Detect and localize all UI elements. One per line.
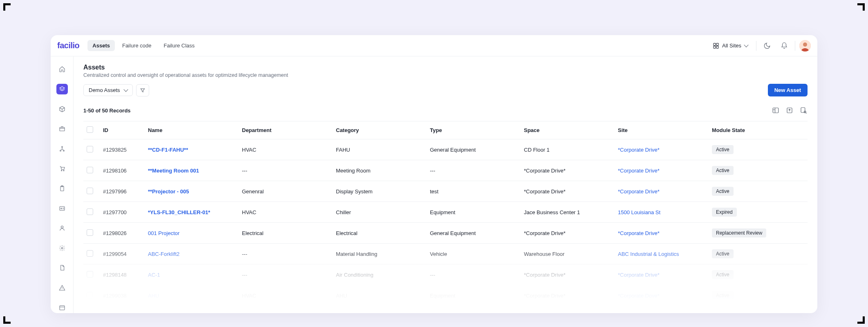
row-checkbox[interactable] [87, 208, 93, 215]
select-all-checkbox[interactable] [87, 126, 93, 133]
home-icon [59, 66, 65, 72]
cell-site[interactable]: *Corporate Drive* [615, 162, 709, 179]
cell-type: Equipment [427, 204, 521, 221]
svg-point-8 [60, 150, 61, 151]
cell-department: HVAC [239, 204, 333, 221]
cell-state: Expired [709, 202, 790, 222]
cell-type: --- [427, 162, 521, 179]
cell-name[interactable]: AC-1 [145, 266, 239, 284]
svg-point-10 [61, 170, 62, 171]
row-checkbox[interactable] [87, 188, 93, 194]
col-module-state[interactable]: Module State [709, 122, 790, 138]
col-department[interactable]: Department [239, 122, 333, 138]
table-row[interactable]: #1299054ABC-Forklift2---Material Handlin… [83, 244, 808, 264]
tab-failure-code[interactable]: Failure code [117, 40, 157, 51]
row-checkbox[interactable] [87, 292, 93, 298]
sites-icon [713, 43, 719, 49]
row-checkbox[interactable] [87, 167, 93, 173]
cell-site[interactable]: *Corporate Drive* [615, 224, 709, 242]
table-row[interactable]: #1297700*YLS-FL30_CHILLER-01*HVACChiller… [83, 202, 808, 223]
view-selector[interactable]: Demo Assets [83, 84, 133, 96]
cell-department: HVAC [239, 287, 333, 305]
cell-space: Warehouse Floor [521, 245, 615, 263]
side-clipboard[interactable] [56, 183, 68, 194]
cell-site[interactable]: ABC Industrial & Logistics [615, 245, 709, 263]
svg-rect-2 [714, 46, 716, 48]
table-row[interactable]: #1298148AC-1---Air Conditioning---*Corpo… [83, 264, 808, 285]
side-id[interactable] [56, 203, 68, 214]
side-window[interactable] [56, 302, 68, 313]
cell-category: Display System [333, 183, 427, 200]
layers-icon [59, 86, 65, 92]
side-network[interactable] [56, 143, 68, 154]
cell-site[interactable]: *Corporate Dove* [615, 287, 709, 305]
col-space[interactable]: Space [521, 122, 615, 138]
cell-category: FAHU [333, 141, 427, 159]
col-site[interactable]: Site [615, 122, 709, 138]
row-checkbox[interactable] [87, 229, 93, 236]
cell-name[interactable]: 001 Projector [145, 224, 239, 242]
table-row[interactable]: #1293825**CD-F1-FAHU**HVACFAHUGeneral Eq… [83, 139, 808, 160]
cell-name[interactable]: AHU [145, 287, 239, 305]
cell-site[interactable]: 1500 Louisiana St [615, 204, 709, 221]
package-icon [59, 125, 65, 132]
tab-failure-class[interactable]: Failure Class [159, 40, 199, 51]
columns-button[interactable] [772, 106, 780, 114]
col-name[interactable]: Name [145, 122, 239, 138]
cell-space: *Corporate Drive* [521, 287, 615, 305]
user-avatar[interactable] [799, 40, 811, 52]
side-home[interactable] [56, 64, 68, 75]
side-settings[interactable] [56, 242, 68, 253]
search-records-button[interactable] [799, 106, 808, 114]
cell-site[interactable]: *Corporate Drive* [615, 183, 709, 200]
table-row[interactable]: #1297996**Projector - 005GenenralDisplay… [83, 181, 808, 202]
export-button[interactable] [785, 106, 794, 114]
new-asset-button[interactable]: New Asset [768, 84, 808, 96]
filter-button[interactable] [136, 84, 149, 96]
cell-name[interactable]: **Meeting Room 001 [145, 162, 239, 179]
row-checkbox[interactable] [87, 146, 93, 152]
side-cube[interactable] [56, 103, 68, 114]
col-category[interactable]: Category [333, 122, 427, 138]
cell-department: HVAC [239, 141, 333, 159]
tab-assets[interactable]: Assets [87, 40, 115, 51]
table-row[interactable]: #1299038AHUHVACAHUEquipment*Corporate Dr… [83, 285, 808, 306]
row-checkbox[interactable] [87, 271, 93, 278]
side-doc[interactable] [56, 262, 68, 273]
side-boxes[interactable] [56, 123, 68, 134]
svg-rect-1 [716, 43, 718, 45]
cell-name[interactable]: *YLS-FL30_CHILLER-01* [145, 204, 239, 221]
col-type[interactable]: Type [427, 122, 521, 138]
side-assets[interactable] [56, 84, 68, 95]
side-cart[interactable] [56, 163, 68, 174]
columns-icon [772, 107, 779, 114]
cell-space: *Corporate Drive* [521, 266, 615, 284]
row-checkbox[interactable] [87, 250, 93, 257]
app-window: facilio Assets Failure code Failure Clas… [51, 35, 817, 313]
cell-category: Material Handling [333, 245, 427, 263]
table-row[interactable]: #1298106**Meeting Room 001---Meeting Roo… [83, 160, 808, 181]
theme-toggle[interactable] [761, 39, 774, 52]
cell-state: Active [709, 160, 790, 181]
cell-name[interactable]: ABC-Forklift2 [145, 245, 239, 263]
cell-name[interactable]: **CD-F1-FAHU** [145, 141, 239, 159]
side-alert[interactable] [56, 282, 68, 293]
cell-space: *Corporate Drive* [521, 183, 615, 200]
svg-rect-14 [60, 206, 65, 210]
svg-point-7 [61, 146, 63, 148]
col-id[interactable]: ID [100, 122, 145, 138]
cell-department: Genenral [239, 183, 333, 200]
filter-icon [140, 87, 145, 93]
main-content: Assets Centralized control and oversight… [74, 56, 817, 313]
side-user[interactable] [56, 223, 68, 234]
notifications-button[interactable] [778, 39, 791, 52]
site-selector[interactable]: All Sites [709, 40, 752, 51]
cell-type: General Equipment [427, 224, 521, 242]
cell-site[interactable]: *Corporate Drive* [615, 266, 709, 284]
cell-name[interactable]: **Projector - 005 [145, 183, 239, 200]
cell-site[interactable]: *Corporate Drive* [615, 141, 709, 159]
table-row[interactable]: #1298026001 ProjectorElectricalElectrica… [83, 223, 808, 244]
svg-rect-6 [60, 128, 65, 131]
svg-point-16 [61, 226, 63, 228]
topbar: facilio Assets Failure code Failure Clas… [51, 35, 817, 56]
